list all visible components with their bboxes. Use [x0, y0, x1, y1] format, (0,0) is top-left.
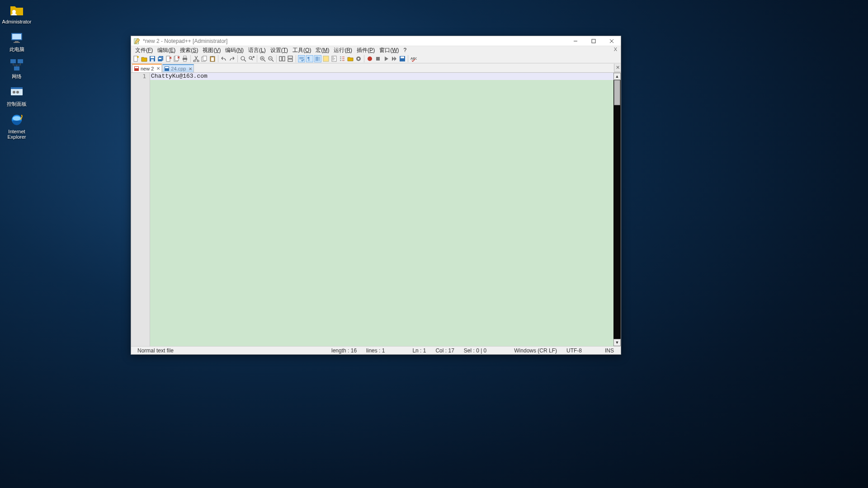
menu-edit[interactable]: 编辑(E) [155, 46, 178, 55]
toolbar-open-icon[interactable] [141, 55, 148, 62]
toolbar-separator [218, 55, 218, 62]
toolbar-funclist-icon[interactable] [339, 55, 346, 62]
svg-rect-3 [15, 41, 19, 42]
desktop-icon-this-pc[interactable]: 此电脑 [0, 30, 33, 52]
menu-encoding[interactable]: 编码(N) [223, 46, 246, 55]
line-number: 1 [135, 73, 146, 80]
toolbar-sync-v-icon[interactable] [278, 55, 286, 62]
text-editor[interactable]: ChattyKu@163.com [150, 73, 613, 346]
toolbar-undo-icon[interactable] [220, 55, 227, 62]
toolbar-new-icon[interactable] [132, 55, 140, 62]
desktop-icon-label: Administrator [0, 19, 33, 25]
menu-tools[interactable]: 工具(O) [290, 46, 313, 55]
svg-rect-43 [288, 56, 292, 58]
toolbar-wordwrap-icon[interactable] [298, 55, 305, 62]
menu-language[interactable]: 语言(L) [246, 46, 268, 55]
menu-file[interactable]: 文件(F) [133, 46, 155, 55]
toolbar-cut-icon[interactable] [193, 55, 200, 62]
toolbar-spellcheck-icon[interactable]: ABC [410, 55, 417, 62]
toolbar-sync-h-icon[interactable] [287, 55, 294, 62]
svg-point-53 [368, 56, 372, 61]
svg-rect-35 [211, 57, 214, 61]
toolbar-replace-icon[interactable] [248, 55, 255, 62]
svg-rect-42 [283, 56, 285, 61]
desktop-icon-administrator[interactable]: Administrator [0, 3, 33, 25]
desktop-icon-ie[interactable]: Internet Explorer [0, 113, 33, 140]
toolbar-savemacro-icon[interactable] [399, 55, 406, 62]
toolbar-paste-icon[interactable] [209, 55, 216, 62]
titlebar[interactable]: *new 2 - Notepad++ [Administrator] [131, 36, 621, 46]
tab-new2[interactable]: new 2 ✕ [132, 64, 162, 72]
menu-macro[interactable]: 宏(M) [313, 46, 331, 55]
toolbar-separator [257, 55, 257, 62]
svg-rect-48 [332, 57, 334, 57]
tab-24cpp[interactable]: 24.cpp ✕ [162, 64, 194, 72]
svg-rect-54 [376, 57, 380, 61]
scroll-track[interactable] [613, 80, 621, 339]
toolbar-find-icon[interactable] [240, 55, 247, 62]
menu-run[interactable]: 运行(R) [331, 46, 354, 55]
internet-explorer-icon [9, 113, 24, 127]
toolbar-showall-icon[interactable]: ¶ [306, 55, 313, 62]
this-pc-icon [9, 30, 24, 45]
svg-rect-23 [159, 58, 161, 59]
toolbar-indent-guide-icon[interactable] [314, 55, 321, 62]
menu-view[interactable]: 视图(V) [200, 46, 223, 55]
svg-point-0 [12, 10, 16, 14]
svg-rect-44 [288, 59, 292, 61]
toolbar-saveall-icon[interactable] [157, 55, 164, 62]
toolbar-record-icon[interactable] [366, 55, 373, 62]
toolbar-closeall-icon[interactable] [173, 55, 180, 62]
menu-settings[interactable]: 设置(T) [268, 46, 290, 55]
menubar-close-x[interactable]: X [612, 47, 619, 52]
svg-rect-50 [332, 60, 335, 60]
toolbar-folder-icon[interactable] [347, 55, 354, 62]
status-filetype: Normal text file [133, 347, 179, 354]
scroll-thumb[interactable] [614, 80, 620, 105]
toolbar-zoomin-icon[interactable] [259, 55, 266, 62]
toolbar-udl-icon[interactable] [322, 55, 330, 62]
minimize-button[interactable] [566, 36, 585, 46]
toolbar-close-icon[interactable] [165, 55, 172, 62]
toolbar-monitor-icon[interactable] [355, 55, 362, 62]
menu-window[interactable]: 窗口(W) [377, 46, 401, 55]
desktop-icon-network[interactable]: 网络 [0, 57, 33, 80]
toolbar-separator [364, 55, 364, 62]
maximize-button[interactable] [585, 36, 603, 46]
toolbar-print-icon[interactable] [181, 55, 189, 62]
status-lines: lines : 1 [362, 347, 390, 354]
status-eol[interactable]: Windows (CR LF) [509, 347, 562, 354]
toolbar-save-icon[interactable] [149, 55, 156, 62]
svg-rect-61 [165, 67, 169, 68]
toolbar-zoomout-icon[interactable] [267, 55, 274, 62]
status-col: Col : 17 [431, 347, 459, 354]
scroll-down-icon[interactable]: ▼ [613, 339, 621, 346]
status-insert[interactable]: INS [600, 347, 619, 354]
tab-close-icon[interactable]: ✕ [188, 66, 193, 71]
tab-close-icon[interactable]: ✕ [156, 66, 160, 71]
control-panel-icon [9, 85, 24, 99]
close-button[interactable] [603, 36, 621, 46]
tabbar-close-button[interactable]: ✕ [614, 64, 621, 72]
desktop-icon-control-panel[interactable]: 控制面板 [0, 85, 33, 107]
status-encoding[interactable]: UTF-8 [562, 347, 587, 354]
statusbar: Normal text file length : 16 lines : 1 L… [131, 346, 621, 354]
toolbar-stop-icon[interactable] [374, 55, 382, 62]
toolbar-docmap-icon[interactable] [330, 55, 338, 62]
toolbar-play-icon[interactable] [382, 55, 390, 62]
menu-plugins[interactable]: 插件(P) [354, 46, 377, 55]
toolbar-redo-icon[interactable] [228, 55, 236, 62]
toolbar-playmulti-icon[interactable] [391, 55, 398, 62]
svg-text:¶: ¶ [307, 56, 310, 61]
vertical-scrollbar[interactable]: ▲ ▼ [613, 73, 621, 346]
toolbar-copy-icon[interactable] [201, 55, 208, 62]
menu-help[interactable]: ? [401, 47, 409, 54]
svg-point-13 [13, 116, 21, 121]
svg-point-31 [197, 60, 199, 62]
tabbar: new 2 ✕ 24.cpp ✕ ✕ [131, 63, 621, 72]
editor-content: ChattyKu@163.com [150, 73, 613, 80]
scroll-up-icon[interactable]: ▲ [613, 73, 621, 80]
line-number-gutter: 1 [131, 73, 150, 346]
menu-search[interactable]: 搜索(S) [178, 46, 200, 55]
svg-point-10 [13, 91, 15, 94]
